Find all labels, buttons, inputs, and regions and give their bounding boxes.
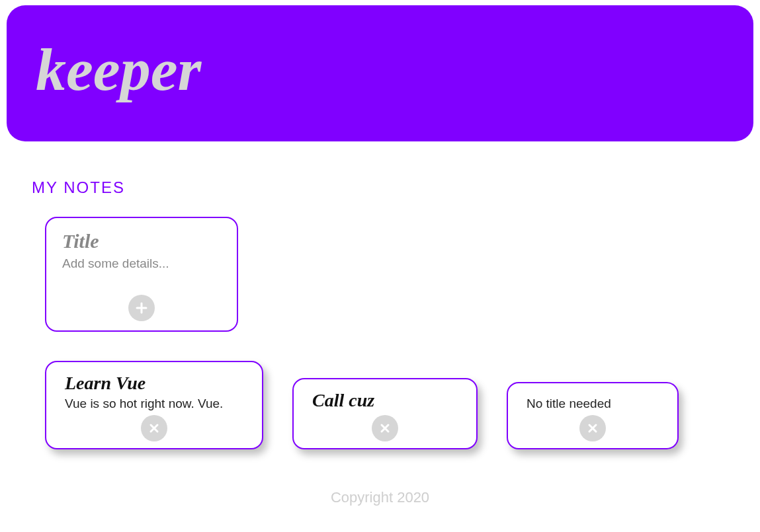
close-icon bbox=[587, 422, 599, 434]
close-icon bbox=[379, 422, 391, 434]
note-title: Call cuz bbox=[312, 390, 458, 411]
composer-title-input[interactable] bbox=[62, 230, 221, 252]
note-card: Learn Vue Vue is so hot right now. Vue. bbox=[45, 361, 263, 449]
add-note-button[interactable] bbox=[128, 295, 155, 321]
copyright-text: Copyright 2020 bbox=[331, 489, 429, 506]
app-header: keeper bbox=[7, 5, 753, 141]
composer-body-input[interactable] bbox=[62, 256, 221, 274]
composer-actions bbox=[62, 295, 221, 321]
note-title: Learn Vue bbox=[65, 373, 243, 394]
plus-icon bbox=[135, 301, 148, 315]
notes-list: Learn Vue Vue is so hot right now. Vue. … bbox=[45, 361, 760, 449]
delete-note-button[interactable] bbox=[141, 415, 167, 441]
footer: Copyright 2020 bbox=[0, 489, 760, 506]
note-actions bbox=[527, 415, 659, 441]
delete-note-button[interactable] bbox=[372, 415, 398, 441]
note-body: No title needed bbox=[527, 397, 659, 411]
delete-note-button[interactable] bbox=[579, 415, 606, 441]
close-icon bbox=[148, 422, 160, 434]
note-composer bbox=[45, 217, 238, 332]
app-logo: keeper bbox=[36, 39, 201, 100]
note-card: No title needed bbox=[507, 382, 679, 449]
note-actions bbox=[312, 415, 458, 441]
note-card: Call cuz bbox=[292, 378, 478, 449]
note-actions bbox=[65, 415, 243, 441]
section-title: MY NOTES bbox=[32, 178, 760, 197]
note-body: Vue is so hot right now. Vue. bbox=[65, 397, 243, 411]
